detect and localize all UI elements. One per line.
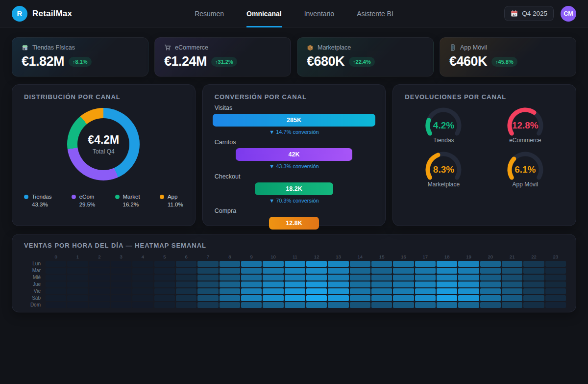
heatmap-cell[interactable] [437, 295, 457, 301]
heatmap-cell[interactable] [220, 302, 240, 308]
heatmap-cell[interactable] [415, 268, 436, 274]
heatmap-cell[interactable] [197, 282, 218, 287]
heatmap-cell[interactable] [437, 288, 457, 294]
heatmap-cell[interactable] [437, 275, 457, 281]
heatmap-cell[interactable] [132, 302, 153, 308]
heatmap-cell[interactable] [263, 261, 283, 267]
heatmap-cell[interactable] [132, 268, 153, 274]
heatmap-cell[interactable] [176, 302, 196, 308]
heatmap-cell[interactable] [111, 282, 131, 287]
heatmap-cell[interactable] [502, 268, 522, 274]
heatmap-cell[interactable] [480, 302, 501, 308]
heatmap-cell[interactable] [89, 295, 110, 301]
heatmap-cell[interactable] [111, 302, 131, 308]
heatmap-cell[interactable] [523, 282, 544, 287]
heatmap-cell[interactable] [67, 268, 88, 274]
kpi-card-ecommerce[interactable]: eCommerce€1.24M↑31.2% [154, 37, 291, 77]
heatmap-cell[interactable] [393, 295, 414, 301]
heatmap-cell[interactable] [67, 288, 88, 294]
heatmap-cell[interactable] [132, 282, 153, 287]
heatmap-cell[interactable] [285, 282, 305, 287]
heatmap-cell[interactable] [350, 288, 370, 294]
heatmap-cell[interactable] [545, 268, 566, 274]
heatmap-cell[interactable] [350, 282, 370, 287]
heatmap-cell[interactable] [393, 275, 414, 281]
heatmap-cell[interactable] [415, 261, 436, 267]
heatmap-cell[interactable] [328, 302, 348, 308]
heatmap-cell[interactable] [67, 275, 88, 281]
heatmap-cell[interactable] [285, 261, 305, 267]
heatmap-cell[interactable] [241, 302, 262, 308]
heatmap-cell[interactable] [263, 302, 283, 308]
heatmap-cell[interactable] [220, 268, 240, 274]
heatmap-cell[interactable] [285, 295, 305, 301]
heatmap-cell[interactable] [241, 288, 262, 294]
heatmap-cell[interactable] [371, 282, 392, 287]
heatmap-cell[interactable] [306, 288, 327, 294]
funnel-bar-compra[interactable]: 12.8K [269, 217, 318, 230]
heatmap-cell[interactable] [154, 261, 175, 267]
heatmap-cell[interactable] [132, 295, 153, 301]
heatmap-cell[interactable] [89, 288, 110, 294]
funnel-bar-carritos[interactable]: 42K [236, 148, 352, 161]
heatmap-cell[interactable] [350, 295, 370, 301]
heatmap-cell[interactable] [545, 288, 566, 294]
heatmap-cell[interactable] [241, 261, 262, 267]
heatmap-cell[interactable] [437, 261, 457, 267]
heatmap-cell[interactable] [393, 282, 414, 287]
heatmap-cell[interactable] [350, 302, 370, 308]
heatmap-cell[interactable] [393, 261, 414, 267]
heatmap-cell[interactable] [306, 282, 327, 287]
heatmap-cell[interactable] [241, 282, 262, 287]
user-avatar[interactable]: CM [561, 6, 576, 22]
heatmap-cell[interactable] [132, 275, 153, 281]
heatmap-cell[interactable] [67, 261, 88, 267]
heatmap-cell[interactable] [46, 268, 66, 274]
heatmap-cell[interactable] [89, 268, 110, 274]
heatmap-cell[interactable] [132, 288, 153, 294]
heatmap-cell[interactable] [111, 261, 131, 267]
heatmap-cell[interactable] [89, 261, 110, 267]
heatmap-cell[interactable] [350, 268, 370, 274]
heatmap-cell[interactable] [67, 302, 88, 308]
heatmap-cell[interactable] [220, 261, 240, 267]
heatmap-cell[interactable] [46, 295, 66, 301]
heatmap-cell[interactable] [197, 268, 218, 274]
heatmap-cell[interactable] [176, 261, 196, 267]
heatmap-cell[interactable] [154, 288, 175, 294]
heatmap-cell[interactable] [502, 282, 522, 287]
heatmap-cell[interactable] [545, 282, 566, 287]
heatmap-cell[interactable] [523, 275, 544, 281]
heatmap-cell[interactable] [350, 261, 370, 267]
heatmap-cell[interactable] [67, 282, 88, 287]
heatmap-cell[interactable] [111, 295, 131, 301]
heatmap-cell[interactable] [306, 268, 327, 274]
heatmap-cell[interactable] [523, 302, 544, 308]
heatmap-cell[interactable] [458, 282, 479, 287]
heatmap-cell[interactable] [545, 275, 566, 281]
heatmap-cell[interactable] [46, 288, 66, 294]
heatmap-cell[interactable] [176, 288, 196, 294]
heatmap-cell[interactable] [502, 261, 522, 267]
heatmap-cell[interactable] [132, 261, 153, 267]
heatmap-cell[interactable] [263, 275, 283, 281]
heatmap-cell[interactable] [154, 275, 175, 281]
heatmap-cell[interactable] [46, 275, 66, 281]
heatmap-cell[interactable] [220, 282, 240, 287]
heatmap-cell[interactable] [415, 288, 436, 294]
heatmap-cell[interactable] [415, 282, 436, 287]
heatmap-cell[interactable] [328, 275, 348, 281]
heatmap-cell[interactable] [415, 295, 436, 301]
gauge-tiendas[interactable]: 4.2%Tiendas [407, 106, 480, 144]
heatmap-cell[interactable] [328, 295, 348, 301]
heatmap-cell[interactable] [328, 288, 348, 294]
heatmap-cell[interactable] [458, 268, 479, 274]
heatmap-cell[interactable] [154, 268, 175, 274]
gauge-app-movil[interactable]: 6.1%App Móvil [489, 151, 562, 188]
heatmap-cell[interactable] [393, 302, 414, 308]
heatmap-cell[interactable] [285, 275, 305, 281]
heatmap-cell[interactable] [328, 268, 348, 274]
heatmap-cell[interactable] [89, 275, 110, 281]
heatmap-cell[interactable] [263, 288, 283, 294]
heatmap-cell[interactable] [545, 295, 566, 301]
